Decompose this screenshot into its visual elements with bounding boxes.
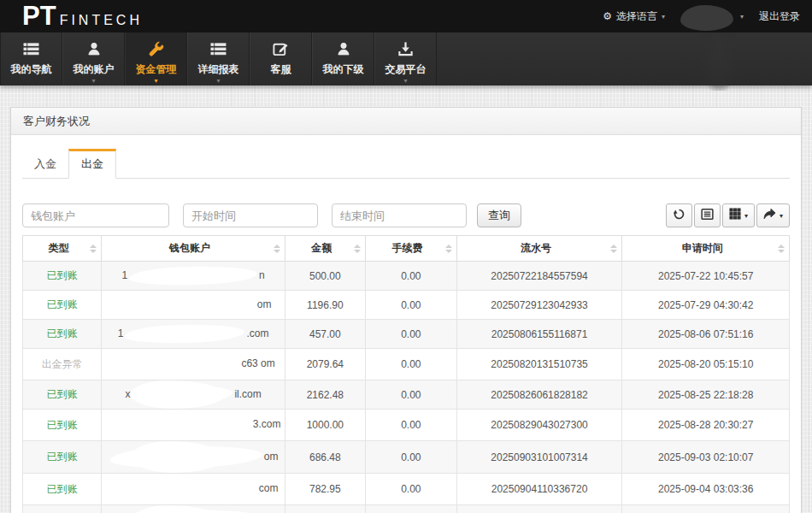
serial-cell: 20250905063637556: [456, 505, 622, 513]
table-header-row: 类型 钱包账户 金额 手续费 流水号 申请时间: [23, 236, 790, 262]
list-icon: [23, 40, 39, 57]
type-badge: 已到账: [47, 483, 78, 495]
redaction-scribble: [125, 324, 244, 345]
table-row: 已到账 om 1196.90 0.00 20250729123042933 20…: [23, 291, 790, 320]
nav-item-label: 客服: [271, 62, 291, 77]
end-time-input[interactable]: [332, 203, 467, 227]
redaction-blob: [680, 5, 733, 31]
wallet-fragment-pre: 1: [118, 327, 124, 339]
refresh-button[interactable]: [666, 203, 692, 227]
fee-cell: 0.00: [365, 291, 456, 320]
table-row: 已到账 com 782.95 0.00 20250904110336720 20…: [23, 474, 790, 505]
time-cell: 2025-09-04 22:36:37: [622, 505, 790, 513]
nav-item-label: 我的下级: [323, 62, 364, 77]
content-area: 客户财务状况 入金 出金 查询: [0, 86, 812, 513]
column-header-wallet[interactable]: 钱包账户: [102, 236, 285, 262]
download-icon: [397, 40, 414, 57]
language-menu[interactable]: ⚙ 选择语言 ▾: [603, 9, 665, 24]
chevron-down-icon: ▾: [780, 212, 783, 220]
wallet-cell: 1.com: [102, 320, 285, 349]
redaction-scribble: [117, 294, 256, 315]
user-icon: [336, 40, 351, 57]
table-row: 已到账 om 686.48 0.00 20250903101007314 202…: [23, 441, 790, 474]
type-badge: 已到账: [47, 419, 78, 431]
logo-primary: PT: [22, 1, 56, 32]
wrench-icon: [148, 40, 164, 57]
time-cell: 2025-07-22 10:45:57: [622, 262, 790, 291]
redaction-blob-tail: [699, 26, 738, 91]
time-cell: 2025-09-04 03:03:36: [622, 474, 790, 505]
time-cell: 2025-08-20 05:15:10: [622, 349, 790, 380]
start-time-input[interactable]: [183, 203, 318, 227]
nav-item-trading-platform[interactable]: 交易平台 ▾: [374, 32, 437, 86]
redaction-scribble: [108, 413, 251, 437]
wallet-fragment-post: il.com: [234, 388, 261, 400]
tab-withdrawal[interactable]: 出金: [68, 149, 116, 179]
gear-icon: ⚙: [603, 10, 612, 22]
amount-cell: 782.95: [285, 474, 365, 505]
wallet-fragment-post: .com: [246, 327, 268, 339]
nav-item-my-account[interactable]: 我的账户 ▾: [62, 32, 125, 86]
chevron-down-icon: ▾: [662, 13, 665, 21]
user-menu[interactable]: ▾: [680, 2, 744, 31]
filter-row: 查询: [22, 203, 790, 227]
amount-cell: 1093.48: [285, 505, 365, 513]
nav-item-my-subordinates[interactable]: 我的下级: [312, 32, 374, 86]
chevron-down-icon: ▾: [216, 77, 220, 86]
columns-button[interactable]: ▾: [722, 203, 755, 227]
tab-deposit[interactable]: 入金: [22, 150, 68, 178]
sort-icon[interactable]: [90, 245, 97, 253]
nav-item-label: 详细报表: [198, 62, 239, 77]
wallet-cell: om: [102, 291, 285, 320]
amount-cell: 500.00: [285, 262, 365, 291]
type-badge: 已到账: [47, 269, 78, 281]
sort-icon[interactable]: [610, 245, 617, 253]
column-header-type[interactable]: 类型: [23, 236, 102, 262]
sort-icon[interactable]: [445, 245, 452, 253]
fee-cell: 0.00: [365, 262, 456, 291]
wallet-account-input[interactable]: [22, 203, 169, 227]
logout-button[interactable]: 退出登录: [759, 9, 800, 24]
wallet-cell: 1n: [102, 262, 285, 291]
wallet-fragment-post: com: [259, 482, 279, 494]
edit-icon: [273, 40, 289, 57]
serial-cell: 20250820131510735: [456, 349, 622, 380]
wallet-fragment-pre: 1: [121, 269, 127, 281]
sort-icon[interactable]: [274, 245, 280, 253]
amount-cell: 457.00: [285, 320, 365, 349]
language-label: 选择语言: [616, 9, 657, 24]
export-button[interactable]: ▾: [756, 203, 790, 227]
fee-cell: 0.00: [365, 410, 456, 441]
time-cell: 2025-07-29 04:30:42: [622, 291, 790, 320]
column-header-fee[interactable]: 手续费: [365, 236, 456, 262]
customer-finance-panel: 客户财务状况 入金 出金 查询: [10, 107, 802, 513]
amount-cell: 1196.90: [285, 291, 365, 320]
nav-item-customer-service[interactable]: 客服: [250, 32, 312, 86]
wallet-fragment-post: om: [264, 451, 279, 463]
wallet-cell: xil.com: [102, 380, 285, 410]
chevron-down-icon: ▾: [740, 13, 744, 21]
nav-item-my-navigation[interactable]: 我的导航: [0, 32, 62, 86]
type-badge: 已到账: [47, 298, 78, 310]
chevron-down-icon: ▾: [744, 212, 748, 220]
sort-icon[interactable]: [778, 245, 785, 253]
screen: PT FINTECH ⚙ 选择语言 ▾ ▾ 退出登录 我的导航: [0, 0, 812, 513]
column-header-serial[interactable]: 流水号: [456, 236, 622, 262]
wallet-cell: 3.com: [102, 410, 285, 441]
sort-icon[interactable]: [354, 245, 361, 253]
wallet-fragment-post: c63 om: [241, 357, 274, 369]
nav-item-funds-management[interactable]: 资金管理 ▾: [125, 32, 187, 86]
toggle-view-button[interactable]: [694, 203, 721, 227]
search-button[interactable]: 查询: [477, 203, 521, 227]
time-cell: 2025-08-28 20:30:27: [622, 410, 790, 441]
wallet-fragment-pre: x: [125, 388, 130, 400]
nav-item-label: 资金管理: [136, 62, 177, 77]
panel-body: 入金 出金 查询: [11, 149, 801, 513]
wallet-fragment-post: 3.com: [253, 418, 281, 430]
type-badge: 已到账: [47, 388, 78, 400]
wallet-cell: com: [102, 474, 285, 505]
column-header-amount[interactable]: 金额: [285, 236, 365, 262]
column-header-apply-time[interactable]: 申请时间: [622, 236, 790, 262]
serial-cell: 20250826061828182: [456, 380, 622, 410]
nav-item-detailed-reports[interactable]: 详细报表 ▾: [187, 32, 250, 86]
